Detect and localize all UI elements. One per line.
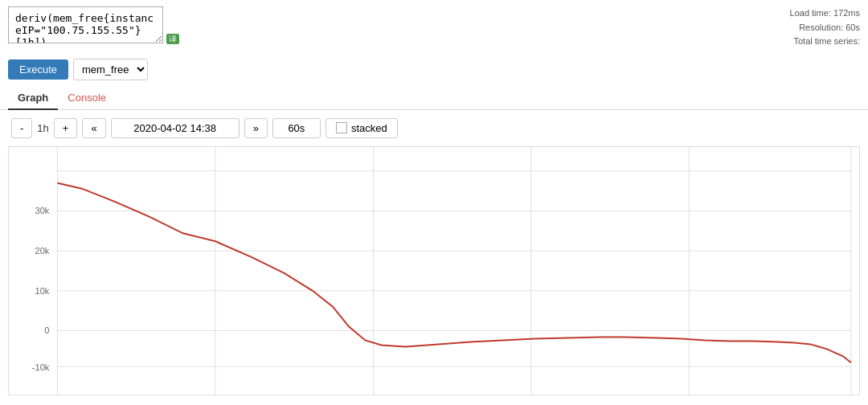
stats-box: Load time: 172ms Resolution: 60s Total t… — [739, 6, 860, 49]
stacked-label: stacked — [351, 122, 387, 134]
controls-row: Execute mem_free — [0, 55, 868, 84]
svg-text:-10k: -10k — [32, 362, 50, 372]
chart-svg: 30k 20k 10k 0 -10k — [9, 147, 859, 395]
duration-label: 1h — [37, 122, 48, 134]
svg-text:0: 0 — [44, 325, 49, 335]
stacked-checkbox-icon — [336, 122, 347, 133]
stacked-button[interactable]: stacked — [326, 118, 398, 138]
execute-button[interactable]: Execute — [8, 59, 68, 80]
load-time: Load time: 172ms — [739, 6, 860, 21]
tab-console[interactable]: Console — [58, 87, 116, 110]
graph-toolbar: - 1h + « » stacked — [0, 110, 868, 146]
svg-text:30k: 30k — [35, 206, 50, 215]
query-input[interactable]: deriv(mem_free{instanceIP="100.75.155.55… — [8, 6, 163, 43]
zoom-out-button[interactable]: - — [11, 118, 32, 138]
svg-text:20k: 20k — [35, 246, 50, 256]
top-bar: deriv(mem_free{instanceIP="100.75.155.55… — [0, 0, 868, 55]
rewind-button[interactable]: « — [82, 118, 105, 138]
total-series: Total time series: — [739, 35, 860, 49]
svg-text:10k: 10k — [35, 286, 50, 296]
zoom-in-button[interactable]: + — [54, 118, 78, 138]
datetime-input[interactable] — [111, 118, 240, 138]
resolution-input[interactable] — [272, 118, 321, 138]
metric-select[interactable]: mem_free — [73, 59, 148, 80]
chart-container: 30k 20k 10k 0 -10k — [8, 146, 860, 395]
resolution: Resolution: 60s — [739, 21, 860, 35]
graph-line — [57, 182, 850, 362]
tab-graph[interactable]: Graph — [8, 87, 58, 110]
forward-button[interactable]: » — [244, 118, 268, 138]
tabs-row: Graph Console — [0, 87, 868, 110]
translate-badge[interactable]: 译 — [166, 34, 179, 44]
